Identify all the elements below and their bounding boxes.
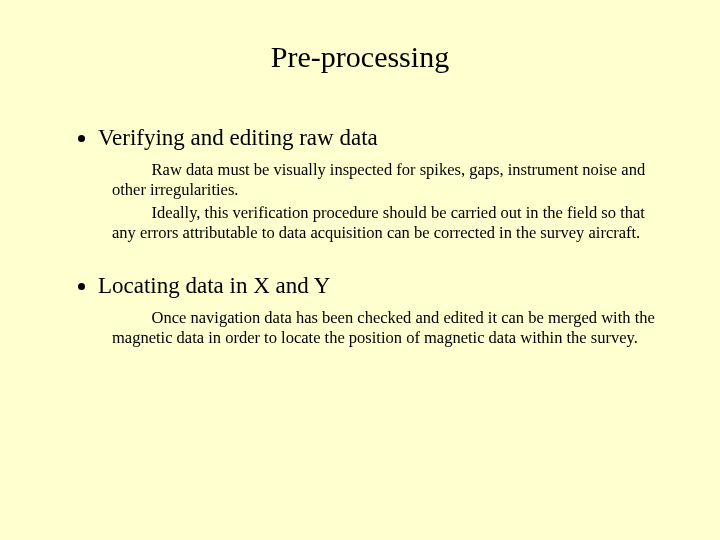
list-item: Verifying and editing raw data Raw data …: [98, 124, 660, 244]
bullet-heading: Locating data in X and Y: [98, 273, 330, 298]
body-paragraph: Once navigation data has been checked an…: [112, 308, 660, 349]
bullet-list: Verifying and editing raw data Raw data …: [60, 124, 660, 349]
body-paragraph: Ideally, this verification procedure sho…: [112, 203, 660, 244]
slide: Pre-processing Verifying and editing raw…: [0, 0, 720, 540]
bullet-body: Once navigation data has been checked an…: [112, 308, 660, 349]
bullet-heading: Verifying and editing raw data: [98, 125, 378, 150]
slide-title: Pre-processing: [60, 40, 660, 74]
body-paragraph: Raw data must be visually inspected for …: [112, 160, 660, 201]
bullet-body: Raw data must be visually inspected for …: [112, 160, 660, 245]
list-item: Locating data in X and Y Once navigation…: [98, 272, 660, 349]
